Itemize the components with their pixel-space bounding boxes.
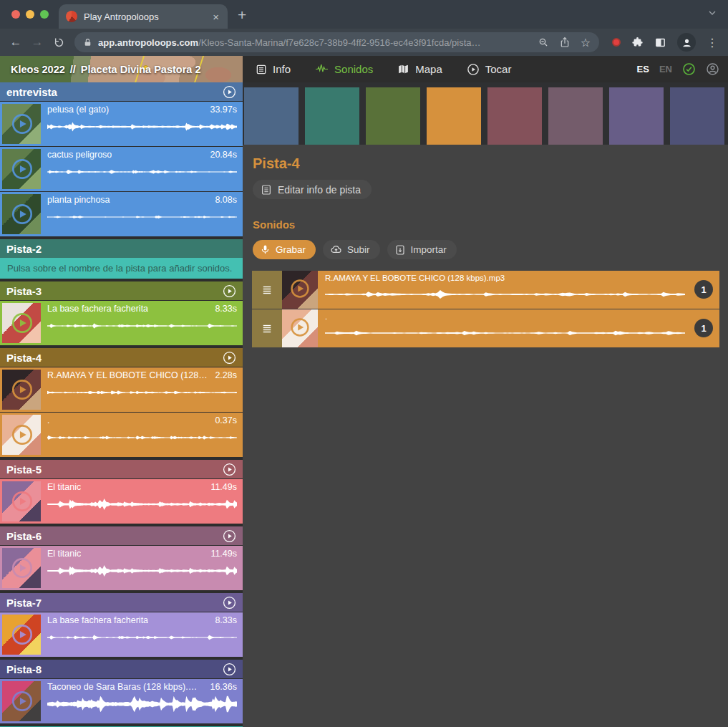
nav-tab-info[interactable]: Info [256,63,291,75]
sound-waveform [47,429,237,446]
nav-tab-mapa[interactable]: Mapa [397,63,442,75]
track-header-Pista-8[interactable]: Pista-8 [0,660,243,678]
share-icon[interactable] [559,37,571,48]
browser-menu-icon[interactable]: ⋮ [707,36,718,49]
recording-extension-icon[interactable] [612,38,621,47]
sync-check-icon[interactable] [682,62,696,76]
sound-thumbnail-play-button[interactable] [282,271,318,309]
track-name: entrevista [6,86,223,98]
nav-label: Tocar [485,63,512,75]
track-play-button[interactable] [223,596,236,610]
track-header-entrevista[interactable]: entrevista [0,82,243,101]
track-name: Pista-3 [6,285,223,297]
tab-search-chevron-icon[interactable] [707,7,718,21]
sound-thumbnail-play-button[interactable] [2,548,41,588]
nav-tab-tocar[interactable]: Tocar [467,63,512,76]
track-sound-row[interactable]: R.AMAYA Y EL BOBOTE CHICO (128 kbps).mp3… [252,271,719,309]
sound-row[interactable]: cactus peligroso20.84s [0,147,243,191]
sound-thumbnail-play-button[interactable] [2,303,41,343]
side-panel-icon[interactable] [654,37,666,49]
track-section-Pista-7: Pista-7La base fachera facherita8.33s [0,593,243,657]
sound-thumbnail-play-button[interactable] [2,615,41,655]
sound-row-line: La base fachera facherita8.33s [47,615,237,627]
extensions-puzzle-icon[interactable] [631,37,644,49]
record-label: Grabar [276,244,306,255]
track-header-Pista-2[interactable]: Pista-2 [0,239,243,258]
app-nav: Info Sonidos Mapa Tocar [256,56,511,82]
track-swatch-8[interactable] [670,87,724,145]
account-icon[interactable] [706,62,719,76]
profile-avatar-icon[interactable] [677,33,696,52]
track-play-button[interactable] [223,85,236,99]
record-button[interactable]: Grabar [253,240,316,259]
sound-row[interactable]: .0.37s [0,413,243,457]
sound-thumbnail-play-button[interactable] [282,309,318,347]
lang-en-button[interactable]: EN [659,64,672,74]
sound-thumbnail-play-button[interactable] [2,681,41,721]
sound-row[interactable]: La base fachera facherita8.33s [0,301,243,345]
tab-title: Play Antropoloops [84,11,211,22]
track-sound-row[interactable]: .1 [252,309,719,347]
back-button[interactable]: ← [6,32,26,52]
nav-tab-sonidos[interactable]: Sonidos [315,63,373,75]
sound-row[interactable]: planta pinchosa8.08s [0,192,243,236]
sound-row[interactable]: La base fachera facherita8.33s [0,612,243,657]
tab-close-icon[interactable]: × [211,11,220,23]
track-swatch-5[interactable] [487,87,542,145]
track-swatch-1[interactable] [244,87,299,145]
forward-button[interactable]: → [27,32,47,52]
sound-row-body: pelusa (el gato)33.97s [47,104,237,144]
sound-title: Taconeo de Sara Baras (128 kbps).mp3 [47,681,204,693]
sound-row[interactable]: El titanic11.49s [0,546,243,590]
track-play-button[interactable] [223,351,236,365]
sound-thumbnail-play-button[interactable] [2,481,41,521]
track-play-button[interactable] [223,463,236,476]
sound-row[interactable]: El titanic11.49s [0,479,243,524]
zoom-page-icon[interactable] [538,37,549,48]
track-swatch-7[interactable] [609,87,664,145]
track-swatch-6[interactable] [548,87,603,145]
drag-handle[interactable] [252,309,282,347]
lock-icon [83,38,92,47]
sound-duration: 8.33s [215,303,237,315]
sound-thumbnail-play-button[interactable] [2,370,41,410]
close-window-button[interactable] [11,10,20,19]
drag-handle[interactable] [252,271,282,309]
sound-row[interactable]: R.AMAYA Y EL BOBOTE CHICO (128 kbps)....… [0,367,243,412]
lang-es-button[interactable]: ES [637,64,649,74]
sound-thumbnail-play-button[interactable] [2,194,41,234]
track-header-Pista-6[interactable]: Pista-6 [0,526,243,545]
breadcrumb-separator: // [70,64,76,75]
sound-thumbnail-play-button[interactable] [2,104,41,144]
sound-row-body: El titanic11.49s [47,481,237,521]
breadcrumb-page[interactable]: Placeta Divina Pastora 2 [81,64,201,75]
breadcrumb-project[interactable]: Kleos 2022 [11,64,65,75]
track-swatch-3[interactable] [366,87,420,145]
reload-button[interactable] [49,32,69,52]
sound-thumbnail-play-button[interactable] [2,415,41,455]
import-button[interactable]: Importar [387,240,457,259]
sound-thumbnail-play-button[interactable] [2,149,41,189]
track-section-Pista-3: Pista-3La base fachera facherita8.33s [0,281,243,345]
new-tab-button[interactable]: + [238,4,246,26]
track-play-button[interactable] [223,284,236,298]
edit-track-info-button[interactable]: Editar info de pista [253,180,372,199]
minimize-window-button[interactable] [26,10,34,19]
track-swatch-2[interactable] [305,87,359,145]
sound-row[interactable]: pelusa (el gato)33.97s [0,102,243,146]
track-header-Pista-3[interactable]: Pista-3 [0,281,243,300]
upload-button[interactable]: Subir [323,240,380,259]
sound-row[interactable]: Taconeo de Sara Baras (128 kbps).mp316.3… [0,679,243,723]
track-header-Pista-7[interactable]: Pista-7 [0,593,243,612]
sound-row-body: El titanic11.49s [47,548,237,588]
track-header-Pista-4[interactable]: Pista-4 [0,348,243,367]
project-breadcrumb[interactable]: Kleos 2022 // Placeta Divina Pastora 2 [0,56,243,82]
track-swatch-4[interactable] [427,87,481,145]
bookmark-star-icon[interactable]: ☆ [581,36,591,49]
url-bar[interactable]: app.antropoloops.com/Kleos-Santa-Marina/… [74,32,599,52]
browser-tab[interactable]: Play Antropoloops × [59,4,228,29]
track-play-button[interactable] [223,663,236,676]
zoom-window-button[interactable] [40,10,49,19]
track-header-Pista-5[interactable]: Pista-5 [0,460,243,478]
track-play-button[interactable] [223,529,236,543]
